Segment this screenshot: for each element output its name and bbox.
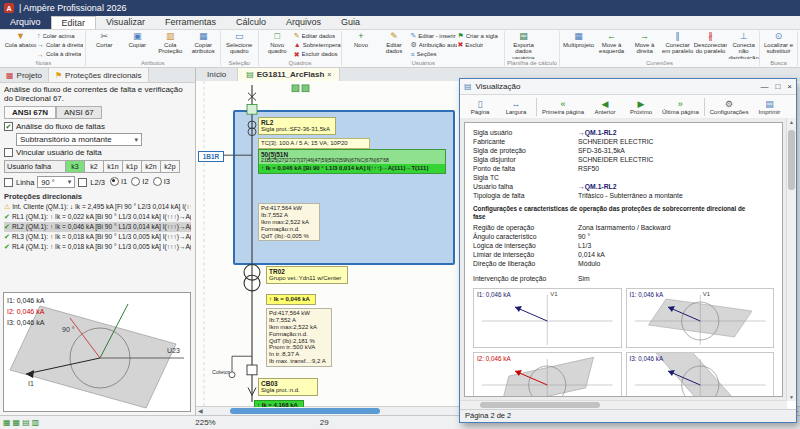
ribbon-button[interactable]: ✎ Editar dados [294, 31, 341, 40]
viewer-toolbar-button[interactable]: ▤ Imprimir [751, 98, 787, 116]
fault-type-cell[interactable]: k1p [123, 160, 142, 173]
transformer-fault-current-box[interactable]: ↑ Ik = 0,046 kA [266, 294, 316, 305]
flow-source-select[interactable]: Subtransitório a montante [16, 133, 142, 146]
ribbon-tab[interactable]: Visualizar [96, 16, 155, 29]
panel-tab[interactable]: ▦ Projeto [0, 68, 48, 82]
ribbon-button[interactable]: → Colar à direita [37, 40, 84, 49]
ansi-tab[interactable]: ANSI 67N [4, 106, 56, 119]
scrollbar-thumb[interactable] [230, 408, 380, 414]
protections-list: ⚠ Int. Cliente (QM.1): ↓ Ik = 2,495 kA [… [4, 202, 191, 252]
fault-type-cell[interactable]: k2p [161, 160, 180, 173]
scrollbar-thumb[interactable] [480, 402, 600, 408]
ribbon-button[interactable]: → Move à direita [628, 31, 661, 59]
ribbon-button[interactable]: ⚙ Atribuição automática [410, 40, 457, 49]
ribbon-button[interactable]: □ Novo quadro [261, 31, 294, 59]
zoom-level[interactable]: 225% [195, 418, 215, 427]
ribbon-button[interactable]: ✖ Excluir [457, 40, 504, 49]
ribbon-tab[interactable]: Editar [51, 16, 97, 29]
fault-type-cell[interactable]: k2 [85, 160, 104, 173]
ribbon-button[interactable]: ⊥ Conecta não distribuição [727, 31, 760, 59]
fault-type-cell[interactable]: k2n [142, 160, 161, 173]
ribbon-button[interactable]: + Novo [344, 31, 377, 59]
view-mode-icon[interactable]: ▦ [13, 418, 21, 427]
viewer-toolbar-button[interactable]: ▯ Página [462, 98, 498, 116]
viewer-toolbar-button[interactable]: » Última página [659, 98, 702, 116]
viewer-titlebar[interactable]: ▤ Visualização — □ × [460, 79, 796, 95]
ribbon-button[interactable]: ▼ Cola abaixo [4, 31, 37, 59]
current-radio[interactable]: I3 [153, 177, 170, 186]
current-radio[interactable]: I1 [110, 177, 127, 186]
tab-close-icon[interactable]: × [327, 69, 331, 81]
ribbon-button[interactable]: ∥ Conectar em paralelo [661, 31, 694, 59]
protection-list-item[interactable]: ✔ RL1 (QM.1): ↑ Ik = 0,022 kA [Bi 90 ° L… [4, 212, 191, 222]
document-tab[interactable]: Início [196, 68, 238, 81]
transformer-load-data-box[interactable]: Pd:417,564 kWIb:7,552 AIkm max:2,522 kAF… [266, 308, 332, 367]
ribbon-button[interactable]: ↑ Colar acima [37, 31, 84, 40]
ribbon-tab[interactable]: Guia [331, 16, 370, 29]
ct-note-box[interactable]: TC[3]: 100 A / 5 A; 15 VA; 10P20 [258, 138, 370, 149]
minimize-button[interactable]: — [760, 82, 768, 91]
viewer-toolbar-button[interactable]: ↔ Largura [498, 98, 534, 116]
ribbon-button[interactable]: ▥ Cola Proteção [154, 31, 187, 59]
link-fault-user-checkbox[interactable]: Vincular usuário de falta [4, 148, 191, 157]
ribbon-button[interactable]: ≡ Seções [410, 50, 457, 59]
protection-list-item[interactable]: ✔ RL3 (QM.1): ↑ Ik = 0,018 kA [Bi 90 ° L… [4, 232, 191, 242]
ribbon-button[interactable]: ∦ Desconectar do paralelo [694, 31, 727, 59]
l23-checkbox[interactable] [78, 178, 87, 187]
protection-functions-box[interactable]: 50(5)51N 21B|25|27|27/27|37|46|47|59|59/… [258, 149, 446, 174]
viewer-horizontal-scrollbar[interactable] [460, 400, 787, 409]
viewer-toolbar-button[interactable]: ⚙ Configurações [704, 98, 752, 116]
breaker-note-box[interactable]: CB03 Sigla prot.:n.d. [258, 378, 318, 396]
ribbon-tab[interactable]: Arquivos [276, 16, 331, 29]
fault-type-cell[interactable]: k3 [66, 160, 85, 173]
maximize-button[interactable]: □ [775, 82, 780, 91]
ribbon-button[interactable]: ▭ Selecione quadro [223, 31, 256, 59]
current-radio[interactable]: I2 [131, 177, 148, 186]
view-mode-icon[interactable]: ▦ [3, 418, 11, 427]
report-field-row: Sigla usuário →QM.1-RL2 [473, 128, 774, 137]
protections-section-label: Proteções direcionais [4, 192, 191, 201]
load-data-box[interactable]: Pd:417,564 kWIb:7,552 AIkm max:2,522 kAF… [258, 203, 320, 241]
ribbon-button[interactable]: ✎ Editar dados [377, 31, 410, 59]
ribbon-button[interactable]: ✖ Excluir dados [294, 50, 341, 59]
ribbon-tab[interactable]: Cálculo [226, 16, 276, 29]
line-checkbox[interactable] [4, 178, 13, 187]
ribbon-button[interactable]: ⊙ Localizar e substituir [762, 31, 795, 59]
viewer-toolbar-button[interactable]: « Primeira página [536, 98, 587, 116]
ribbon-button[interactable]: → Cola à direita [37, 50, 84, 59]
angle-select[interactable]: 90 ° [37, 176, 75, 188]
fault-type-cell[interactable]: k1n [104, 160, 123, 173]
scrollbar-thumb[interactable] [788, 130, 795, 190]
transformer-note-box[interactable]: TR02 Grupo vet.:Ydn11 w/Center [266, 266, 348, 284]
ansi-tab[interactable]: ANSI 67 [56, 106, 102, 119]
relay-note-box[interactable]: RL2 Sigla prot.:SF2-36-31,5kA [258, 117, 336, 135]
breaker-fault-current-box[interactable]: ↑ Ik = 4,168 kA [254, 400, 304, 407]
ribbon-button[interactable]: ▤ Exporta dados usuários [507, 31, 540, 59]
scroll-left-icon[interactable]: ◀ [198, 407, 203, 415]
ribbon-button[interactable]: ✂ Cortar [88, 31, 121, 59]
ribbon-button[interactable]: ⚑ Criar a sigla [457, 31, 504, 40]
viewer-toolbar-button[interactable]: ▶ Próximo [623, 98, 659, 116]
ribbon-button[interactable]: ✎ Editar - inserir [410, 31, 457, 40]
scroll-up-icon[interactable]: ▲ [787, 119, 796, 125]
viewer-vertical-scrollbar[interactable]: ▲ ▼ [786, 118, 796, 401]
view-mode-icon[interactable]: ▤ [22, 418, 30, 427]
protection-list-item[interactable]: ✔ RL4 (QM.1): ↑ Ik = 0,018 kA [Bi 90 ° L… [4, 242, 191, 252]
panel-tab[interactable]: ⚑ Proteções direcionais [48, 68, 149, 82]
ribbon-tab[interactable]: Ferramentas [155, 16, 226, 29]
bus-label[interactable]: 1B1R [198, 151, 224, 162]
ribbon-button[interactable]: ▦ Multiprojeto [562, 31, 595, 59]
fault-flow-checkbox[interactable]: Análise do fluxo de faltas [4, 122, 191, 131]
close-button[interactable]: × [787, 82, 792, 91]
viewer-toolbar-button[interactable]: ◀ Anterior [587, 98, 623, 116]
protection-list-item[interactable]: ✔ RL2 (QM.1): ↑ Ik = 0,046 kA [Bi 90 ° L… [4, 222, 191, 232]
ribbon-button[interactable]: ▣ Copiar [121, 31, 154, 59]
ribbon-button[interactable]: ← Move à esquerda [595, 31, 628, 59]
scroll-down-icon[interactable]: ▼ [787, 394, 796, 400]
ribbon-tab[interactable]: Arquivo [0, 16, 51, 29]
protection-list-item[interactable]: ⚠ Int. Cliente (QM.1): ↓ Ik = 2,495 kA [… [4, 202, 191, 212]
view-mode-icon[interactable]: ▥ [32, 418, 40, 427]
document-tab[interactable]: ▤ EG1811_ArcFlash × [238, 68, 340, 81]
ribbon-button[interactable]: ▦ Copiar atributos [187, 31, 220, 59]
ribbon-button[interactable]: ▲ Sobretemperatura [294, 40, 341, 49]
